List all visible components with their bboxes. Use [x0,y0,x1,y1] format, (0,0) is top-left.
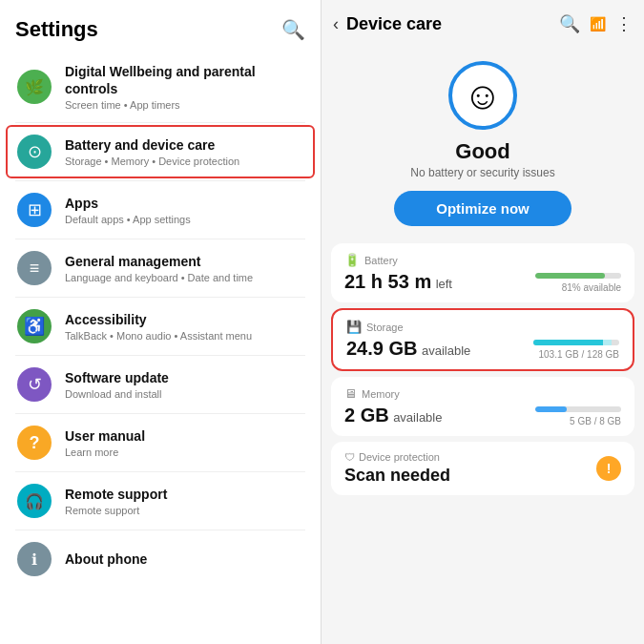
settings-header: Settings 🔍 [0,0,321,53]
battery-bar-fill [535,273,605,279]
accessibility-subtitle: TalkBack • Mono audio • Assistant menu [65,330,303,342]
memory-label: Memory [362,388,400,400]
sidebar-item-general-management[interactable]: ≡ General management Language and keyboa… [2,241,319,295]
storage-bar-free [603,340,612,345]
battery-device-care-icon: ⊙ [17,135,52,169]
general-management-title: General management [65,253,303,270]
memory-unit: available [393,410,442,425]
signal-icon: 📶 [590,16,606,31]
memory-card: 🖥 Memory 2 GB available 5 GB / 8 GB [331,377,634,436]
about-phone-icon: ℹ [17,542,52,576]
apps-icon: ⊞ [17,193,52,227]
device-protection-badge: ! [596,456,621,481]
storage-unit: available [422,343,470,358]
digital-wellbeing-icon: 🌿 [17,70,52,104]
battery-bar [535,273,621,279]
back-icon[interactable]: ‹ [333,14,339,34]
sidebar-item-user-manual[interactable]: ? User manual Learn more [2,416,319,469]
digital-wellbeing-subtitle: Screen time • App timers [65,99,303,111]
storage-card: 💾 Storage 24.9 GB available 103.1 GB / 1… [331,308,634,371]
header-actions: 🔍 📶 ⋮ [559,13,633,34]
settings-title: Settings [15,17,98,42]
software-update-title: Software update [65,369,303,386]
device-care-title: Device care [346,14,559,34]
device-protection-icon: 🛡 [344,451,355,463]
battery-device-care-subtitle: Storage • Memory • Device protection [65,156,303,167]
battery-icon: 🔋 [344,253,360,267]
about-phone-title: About phone [65,551,303,568]
sidebar-item-accessibility[interactable]: ♿ Accessibility TalkBack • Mono audio • … [2,300,319,353]
status-section: ☺ Good No battery or security issues Opt… [394,44,571,243]
more-options-icon[interactable]: ⋮ [615,13,633,34]
device-protection-label: Device protection [359,451,440,463]
remote-support-subtitle: Remote support [65,505,303,516]
sidebar-item-about-phone[interactable]: ℹ About phone [2,532,319,586]
battery-device-care-title: Battery and device care [65,136,303,154]
device-protection-card: 🛡 Device protection Scan needed ! [331,442,634,495]
user-manual-title: User manual [65,427,303,445]
status-label: Good [455,139,509,164]
battery-label: Battery [364,255,398,266]
device-protection-value: Scan needed [344,466,450,486]
software-update-subtitle: Download and install [65,388,303,400]
storage-bar-used [533,340,603,345]
digital-wellbeing-title: Digital Wellbeing and parental controls [65,63,303,97]
storage-value: 24.9 GB [346,338,417,359]
memory-bar-fill [535,406,567,412]
status-smiley: ☺ [448,61,517,130]
status-sublabel: No battery or security issues [410,166,554,179]
sidebar-item-battery-device-care[interactable]: ⊙ Battery and device care Storage • Memo… [6,125,315,178]
general-management-icon: ≡ [17,251,52,285]
remote-support-icon: 🎧 [17,484,52,518]
search-icon[interactable]: 🔍 [281,18,305,41]
general-management-subtitle: Language and keyboard • Date and time [65,272,303,283]
storage-stat: 103.1 GB / 128 GB [539,349,620,360]
apps-subtitle: Default apps • App settings [65,214,303,225]
accessibility-icon: ♿ [17,309,52,343]
memory-value: 2 GB [344,405,389,426]
settings-list: 🌿 Digital Wellbeing and parental control… [0,53,321,644]
memory-icon: 🖥 [344,386,357,401]
memory-stat: 5 GB / 8 GB [570,416,621,426]
remote-support-title: Remote support [65,486,303,503]
battery-value: 21 h 53 m [344,271,431,292]
settings-panel: Settings 🔍 🌿 Digital Wellbeing and paren… [0,0,322,644]
device-care-panel: ‹ Device care 🔍 📶 ⋮ ☺ Good No battery or… [322,0,644,644]
storage-label: Storage [366,322,404,333]
memory-bar [535,406,621,412]
accessibility-title: Accessibility [65,311,303,328]
search-icon[interactable]: 🔍 [559,13,580,34]
storage-icon: 💾 [346,320,362,334]
user-manual-subtitle: Learn more [65,447,303,458]
cards-section: 🔋 Battery 21 h 53 m left 81% available [322,243,644,495]
sidebar-item-software-update[interactable]: ↺ Software update Download and install [2,358,319,411]
battery-unit: left [436,277,452,291]
user-manual-icon: ? [17,426,52,460]
software-update-icon: ↺ [17,367,52,402]
battery-card: 🔋 Battery 21 h 53 m left 81% available [331,243,634,302]
sidebar-item-apps[interactable]: ⊞ Apps Default apps • App settings [2,183,319,237]
optimize-now-button[interactable]: Optimize now [394,191,571,226]
device-care-header: ‹ Device care 🔍 📶 ⋮ [322,0,644,44]
device-care-content: ☺ Good No battery or security issues Opt… [322,44,644,644]
apps-title: Apps [65,195,303,212]
sidebar-item-remote-support[interactable]: 🎧 Remote support Remote support [2,474,319,528]
storage-bar [533,340,619,345]
battery-stat: 81% available [562,282,621,293]
sidebar-item-digital-wellbeing[interactable]: 🌿 Digital Wellbeing and parental control… [2,53,319,120]
